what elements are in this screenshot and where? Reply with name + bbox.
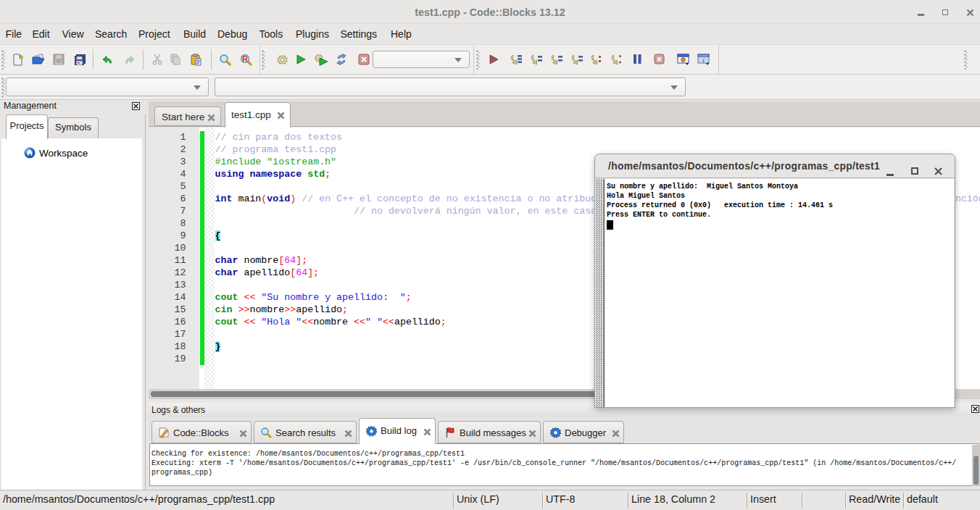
svg-text:R: R	[242, 54, 248, 63]
